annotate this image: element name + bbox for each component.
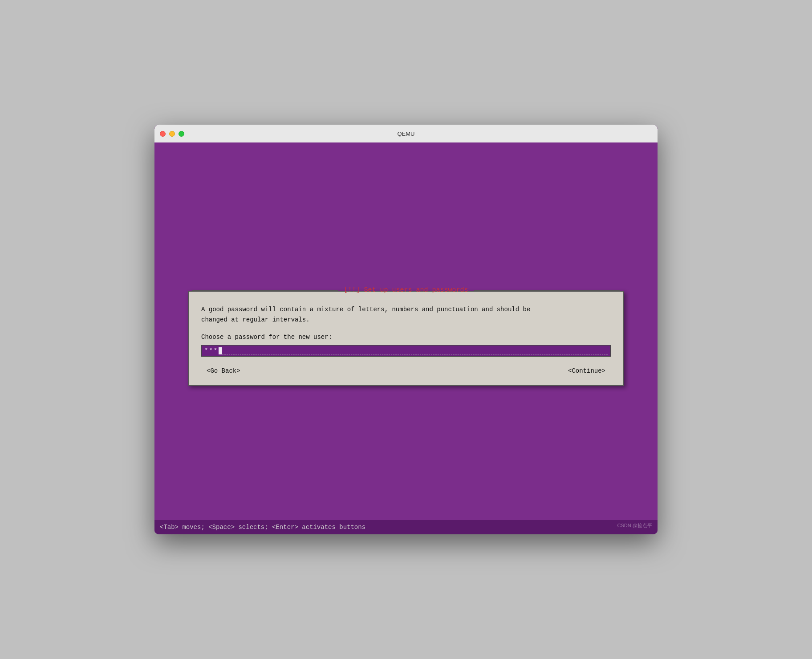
dialog-box: [!!] Set up users and passwords A good p…: [188, 291, 624, 386]
dialog-content: A good password will contain a mixture o…: [189, 294, 623, 385]
go-back-button[interactable]: <Go Back>: [203, 366, 244, 376]
title-line-left: [192, 290, 338, 291]
password-field[interactable]: ***: [201, 345, 611, 357]
watermark: CSDN @捡点平: [617, 522, 652, 529]
continue-button[interactable]: <Continue>: [564, 366, 609, 376]
status-bar: <Tab> moves; <Space> selects; <Enter> ac…: [154, 520, 658, 534]
password-stars: ***: [204, 347, 218, 354]
minimize-button[interactable]: [169, 131, 175, 137]
password-fill: [222, 347, 608, 354]
maximize-button[interactable]: [179, 131, 184, 137]
dialog-title: [!!] Set up users and passwords: [342, 286, 470, 294]
terminal-area: [!!] Set up users and passwords A good p…: [154, 142, 658, 534]
dialog-buttons: <Go Back> <Continue>: [201, 366, 611, 376]
dialog-prompt: Choose a password for the new user:: [201, 334, 611, 341]
title-bar: QEMU: [154, 125, 658, 142]
dialog-title-bar: [!!] Set up users and passwords: [189, 286, 623, 294]
close-button[interactable]: [160, 131, 166, 137]
password-cursor: [219, 347, 222, 354]
title-line-right: [474, 290, 620, 291]
mac-window: QEMU [!!] Set up users and passwords A g…: [154, 125, 658, 534]
dialog-description: A good password will contain a mixture o…: [201, 305, 611, 325]
window-title: QEMU: [398, 130, 415, 137]
traffic-lights: [160, 131, 184, 137]
